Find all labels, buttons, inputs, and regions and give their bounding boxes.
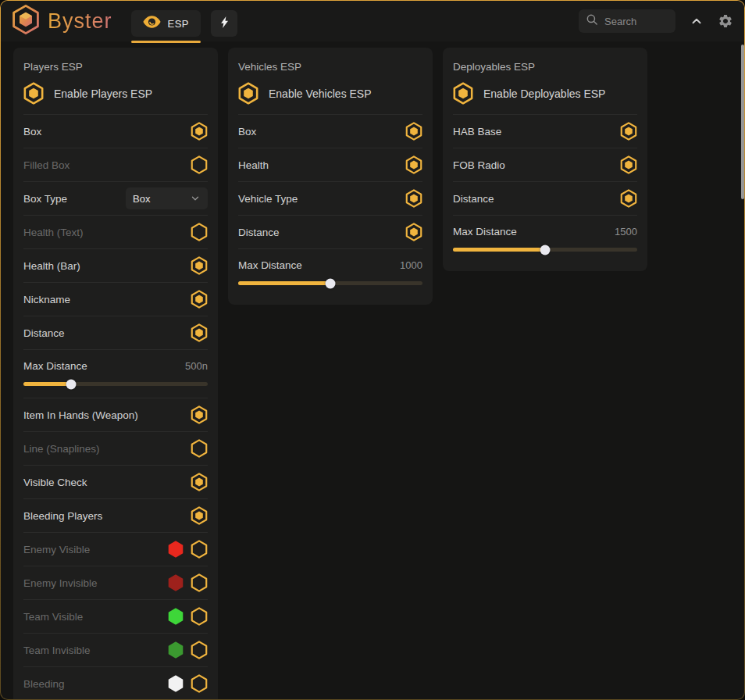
setting-row-bleeding-players: Bleeding Players — [23, 498, 208, 532]
slider-value: 1000 — [400, 259, 422, 271]
row-label: Visible Check — [23, 477, 87, 488]
hex-checkbox-health[interactable] — [405, 155, 422, 174]
hex-checkbox-glyph — [191, 256, 208, 275]
panel-players-esp: Players ESP Enable Players ESPBox Filled… — [13, 48, 218, 699]
row-label: Box Type — [23, 193, 67, 205]
row-label: Enemy Visible — [23, 544, 90, 555]
color-swatch-enemy-invisible[interactable] — [168, 574, 184, 591]
slider-thumb[interactable] — [66, 379, 77, 389]
app-logo: Byster — [12, 4, 112, 38]
enable-label: Enable Players ESP — [54, 88, 152, 100]
hex-checkbox-line-snaplines[interactable] — [191, 439, 208, 458]
hex-checkbox-team-visible[interactable] — [191, 607, 208, 626]
gear-icon[interactable] — [718, 13, 733, 29]
setting-row-health-text: Health (Text) — [23, 215, 208, 248]
row-label: HAB Base — [453, 126, 501, 138]
enable-toggle-players-esp[interactable]: Enable Players ESP — [23, 75, 208, 114]
row-label: Health (Bar) — [23, 260, 80, 272]
window-body: Byster ESP — [1, 1, 744, 699]
chevron-up-icon[interactable] — [690, 14, 704, 28]
panel-deployables-esp: Deployables ESP Enable Deployables ESPHA… — [443, 48, 647, 271]
hex-checkbox-health-text[interactable] — [191, 223, 208, 241]
hex-checkbox-distance[interactable] — [191, 323, 208, 342]
tab-esp[interactable]: ESP — [131, 10, 201, 37]
search-input[interactable] — [604, 16, 668, 27]
enable-toggle-deployables-esp[interactable]: Enable Deployables ESP — [453, 75, 637, 114]
hex-checkbox-checked[interactable] — [23, 82, 44, 105]
row-label: Box — [238, 126, 256, 138]
hex-checkbox-distance[interactable] — [405, 223, 422, 241]
setting-row-distance: Distance — [23, 316, 208, 349]
setting-row-filled-box: Filled Box — [23, 148, 208, 181]
row-label: Distance — [23, 327, 65, 339]
row-label: FOB Radio — [453, 159, 505, 171]
slider-row-max-distance: Max Distance 500n — [23, 349, 208, 398]
row-label: Team Visible — [23, 611, 83, 623]
hex-checkbox-item-in-hands-weapon[interactable] — [191, 405, 208, 424]
hex-checkbox-glyph — [191, 674, 208, 693]
dropdown-box-type[interactable]: Box — [126, 188, 208, 209]
slider-label: Max Distance — [238, 259, 302, 271]
color-swatch-bleeding[interactable] — [168, 675, 184, 692]
slider-thumb[interactable] — [326, 278, 336, 288]
hex-checkbox-glyph — [191, 223, 208, 241]
hex-checkbox-bleeding[interactable] — [191, 674, 208, 693]
hex-checkbox-hab-base[interactable] — [620, 122, 637, 141]
hex-checkbox-enemy-visible[interactable] — [191, 540, 208, 559]
row-label: Bleeding — [23, 678, 65, 690]
hex-checkbox-nickname[interactable] — [191, 290, 208, 309]
slider-track[interactable] — [453, 248, 637, 252]
setting-row-box: Box — [238, 114, 422, 148]
hex-checkbox-bleeding-players[interactable] — [191, 506, 208, 525]
hex-checkbox-glyph — [191, 439, 208, 458]
setting-row-box: Box — [23, 114, 208, 148]
hex-checkbox-visible-check[interactable] — [191, 473, 208, 491]
hex-checkbox-health-bar[interactable] — [191, 256, 208, 275]
setting-row-enemy-visible: Enemy Visible — [23, 532, 208, 566]
hex-checkbox-distance[interactable] — [620, 189, 637, 208]
slider-row-max-distance: Max Distance 1500 — [453, 215, 637, 263]
dropdown-value: Box — [133, 193, 150, 205]
hex-checkbox-glyph — [191, 607, 208, 626]
setting-row-health: Health — [238, 148, 422, 181]
hex-checkbox-checked[interactable] — [453, 82, 473, 105]
hex-checkbox-glyph — [191, 323, 208, 342]
panel-title: Deployables ESP — [453, 52, 637, 75]
setting-row-team-visible: Team Visible — [23, 599, 208, 633]
color-swatch-team-invisible[interactable] — [168, 641, 184, 659]
hex-checkbox-enemy-invisible[interactable] — [191, 573, 208, 592]
slider-thumb[interactable] — [540, 245, 551, 255]
color-swatch-enemy-visible[interactable] — [168, 541, 184, 558]
row-label: Nickname — [23, 294, 70, 305]
hex-checkbox-glyph — [191, 405, 208, 424]
hex-checkbox-glyph — [191, 540, 208, 559]
color-swatch-hex — [168, 541, 184, 558]
hex-checkbox-glyph — [191, 573, 208, 592]
hex-checkbox-glyph — [191, 473, 208, 491]
row-label: Team Invisible — [23, 645, 91, 656]
hex-checkbox-glyph — [405, 155, 422, 174]
slider-fill — [238, 281, 330, 285]
hex-checkbox-team-invisible[interactable] — [191, 641, 208, 659]
slider-track[interactable] — [23, 382, 208, 386]
color-group — [168, 540, 208, 559]
hex-checkbox-checked[interactable] — [238, 82, 258, 105]
hex-checkbox-glyph — [191, 290, 208, 309]
hex-checkbox-fob-radio[interactable] — [620, 155, 637, 174]
hex-checkbox-box[interactable] — [191, 122, 208, 141]
color-group — [168, 674, 208, 693]
slider-label: Max Distance — [453, 226, 517, 238]
tab-misc[interactable] — [211, 10, 237, 37]
lightning-icon — [218, 15, 231, 33]
search-box[interactable] — [579, 9, 675, 33]
enable-toggle-vehicles-esp[interactable]: Enable Vehicles ESP — [238, 75, 422, 114]
hex-checkbox-box[interactable] — [405, 122, 422, 141]
row-label: Enemy Invisible — [23, 577, 98, 589]
scrollbar-thumb[interactable] — [741, 45, 744, 199]
row-label: Health (Text) — [23, 227, 84, 238]
panel-title: Vehicles ESP — [238, 52, 422, 75]
hex-checkbox-filled-box[interactable] — [191, 155, 208, 174]
slider-track[interactable] — [238, 281, 422, 285]
color-swatch-team-visible[interactable] — [168, 608, 184, 625]
hex-checkbox-vehicle-type[interactable] — [405, 189, 422, 208]
